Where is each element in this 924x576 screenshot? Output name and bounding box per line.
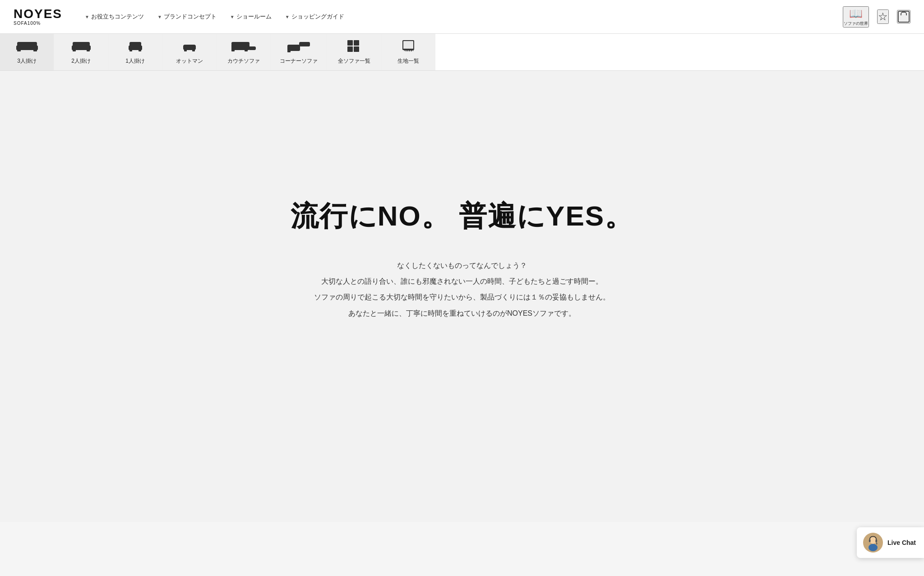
svg-rect-26 <box>231 49 235 51</box>
svg-rect-23 <box>249 46 256 50</box>
nav-item-useful-contents[interactable]: ▼ お役立ちコンテンツ <box>80 9 148 24</box>
corner-icon <box>286 39 311 55</box>
brand-name: NOYES <box>14 8 62 20</box>
svg-rect-6 <box>17 42 37 45</box>
sub-nav-label: オットマン <box>176 57 203 65</box>
hero-desc-line-3: ソファの周りで起こる大切な時間を守りたいから、製品づくりには１％の妥協もしません… <box>314 289 610 305</box>
sub-nav-item-corner[interactable]: コーナーソファ <box>271 34 327 70</box>
sub-nav-item-all-sofa[interactable]: 全ソファ一覧 <box>327 34 381 70</box>
sofa3-icon <box>15 39 39 55</box>
svg-rect-11 <box>87 49 90 51</box>
svg-rect-4 <box>17 49 21 51</box>
sub-nav-label: コーナーソファ <box>280 57 318 65</box>
couch-icon <box>231 39 257 55</box>
svg-rect-28 <box>231 42 249 45</box>
chevron-down-icon: ▼ <box>157 14 162 19</box>
svg-rect-31 <box>287 46 290 50</box>
logo[interactable]: NOYES SOFA100% <box>14 8 62 26</box>
svg-rect-12 <box>73 42 90 45</box>
svg-rect-39 <box>403 41 413 49</box>
nav-item-label: ブランドコンセプト <box>164 13 217 21</box>
svg-rect-17 <box>139 49 141 51</box>
nav-item-shopping-guide[interactable]: ▼ ショッピングガイド <box>281 9 349 24</box>
all-sofa-icon <box>346 39 362 55</box>
svg-rect-20 <box>184 49 187 51</box>
header-icons: 📖 ソファの世界 ☆ <box>843 6 910 28</box>
sub-nav: 3人掛け 2人掛け 1人掛け <box>0 34 924 71</box>
svg-rect-36 <box>347 46 353 52</box>
sofa1-icon <box>128 39 143 55</box>
svg-rect-18 <box>129 42 141 45</box>
sub-nav-label: 全ソファ一覧 <box>338 57 370 65</box>
svg-rect-35 <box>354 40 359 46</box>
sofa-world-label: ソファの世界 <box>844 21 868 27</box>
fabric-icon <box>401 39 416 55</box>
svg-rect-33 <box>306 46 309 46</box>
hero-desc-line-4: あなたと一緒に、丁寧に時間を重ねていけるのがNOYESソファです。 <box>314 305 610 321</box>
sub-nav-item-1seater[interactable]: 1人掛け <box>108 34 162 70</box>
svg-rect-10 <box>73 49 76 51</box>
nav-item-label: ショールーム <box>236 13 272 21</box>
sub-nav-item-3seater[interactable]: 3人掛け <box>0 34 54 70</box>
chevron-down-icon: ▼ <box>85 14 89 19</box>
star-icon: ☆ <box>878 10 888 23</box>
sub-nav-label: 1人掛け <box>125 57 145 65</box>
ottoman-icon <box>181 39 198 55</box>
hero-headline: 流行にNO。 普遍にYES。 <box>291 197 633 235</box>
sub-nav-label: カウチソファ <box>227 57 260 65</box>
hero-desc-line-2: 大切な人との語り合い、誰にも邪魔されない一人の時間、子どもたちと過ごす時間ー。 <box>314 273 610 289</box>
sub-nav-item-couch[interactable]: カウチソファ <box>217 34 271 70</box>
sub-nav-item-fabric[interactable]: 生地一覧 <box>381 34 435 70</box>
sofa2-icon <box>71 39 92 55</box>
svg-rect-37 <box>354 46 359 52</box>
hero-desc-line-1: なくしたくないものってなんでしょう？ <box>314 258 610 273</box>
nav-item-showroom[interactable]: ▼ ショールーム <box>226 9 276 24</box>
svg-rect-34 <box>347 40 353 46</box>
svg-rect-27 <box>245 49 248 51</box>
sub-nav-item-ottoman[interactable]: オットマン <box>162 34 217 70</box>
svg-rect-16 <box>129 49 132 51</box>
svg-rect-32 <box>287 50 291 52</box>
nav-item-brand-concept[interactable]: ▼ ブランドコンセプト <box>153 9 221 24</box>
header: NOYES SOFA100% ▼ お役立ちコンテンツ ▼ ブランドコンセプト ▼… <box>0 0 924 34</box>
hero-description: なくしたくないものってなんでしょう？ 大切な人との語り合い、誰にも邪魔されない一… <box>314 258 610 321</box>
main-nav: ▼ お役立ちコンテンツ ▼ ブランドコンセプト ▼ ショールーム ▼ ショッピン… <box>80 9 834 24</box>
sub-nav-label: 生地一覧 <box>397 57 419 65</box>
cart-icon <box>898 11 910 23</box>
chevron-down-icon: ▼ <box>230 14 235 19</box>
svg-rect-5 <box>33 49 37 51</box>
sofa-world-button[interactable]: 📖 ソファの世界 <box>843 6 869 28</box>
sub-nav-label: 3人掛け <box>17 57 37 65</box>
svg-rect-21 <box>192 49 195 51</box>
sub-nav-label: 2人掛け <box>71 57 91 65</box>
brand-tagline: SOFA100% <box>14 21 62 26</box>
nav-item-label: ショッピングガイド <box>291 13 344 21</box>
book-icon: 📖 <box>849 7 863 20</box>
cart-button[interactable] <box>897 10 910 23</box>
wishlist-button[interactable]: ☆ <box>877 9 889 24</box>
main-content: 流行にNO。 普遍にYES。 なくしたくないものってなんでしょう？ 大切な人との… <box>0 71 924 522</box>
chevron-down-icon: ▼ <box>285 14 290 19</box>
sub-nav-item-2seater[interactable]: 2人掛け <box>54 34 108 70</box>
svg-rect-0 <box>898 11 909 22</box>
nav-item-label: お役立ちコンテンツ <box>91 13 144 21</box>
